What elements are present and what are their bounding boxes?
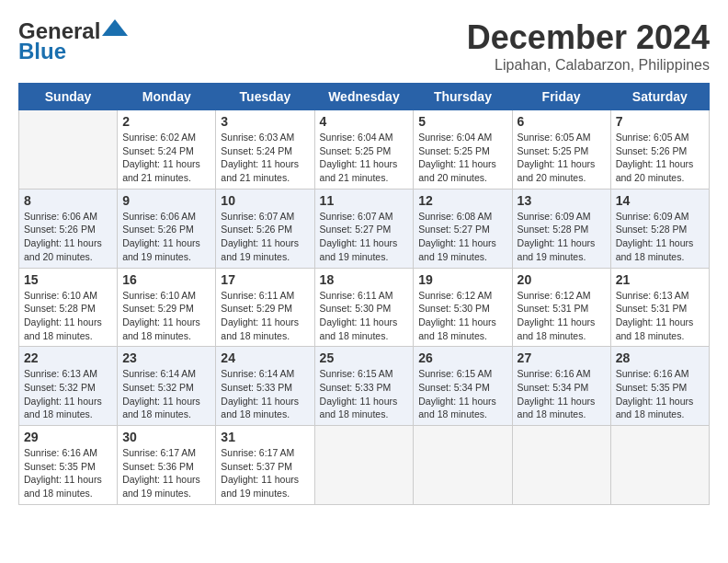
table-row: 31 Sunrise: 6:17 AM Sunset: 5:37 PM Dayl… — [216, 426, 314, 505]
table-row — [414, 426, 512, 505]
sunrise: Sunrise: 6:04 AM — [418, 132, 492, 143]
header-saturday: Saturday — [610, 84, 709, 110]
day-number: 2 — [122, 114, 210, 129]
calendar-week-row: 15 Sunrise: 6:10 AM Sunset: 5:28 PM Dayl… — [19, 268, 710, 347]
day-number: 23 — [122, 350, 210, 365]
daylight: Daylight: 11 hours and 19 minutes. — [122, 474, 200, 499]
calendar-week-row: 2 Sunrise: 6:02 AM Sunset: 5:24 PM Dayli… — [19, 110, 710, 190]
day-number: 12 — [418, 193, 506, 208]
sunset: Sunset: 5:33 PM — [320, 382, 392, 393]
sunset: Sunset: 5:28 PM — [24, 303, 96, 314]
daylight: Daylight: 11 hours and 18 minutes. — [24, 474, 102, 499]
day-number: 3 — [221, 114, 309, 129]
daylight: Daylight: 11 hours and 21 minutes. — [320, 158, 398, 183]
sunset: Sunset: 5:35 PM — [616, 382, 688, 393]
table-row: 22 Sunrise: 6:13 AM Sunset: 5:32 PM Dayl… — [19, 347, 118, 426]
daylight: Daylight: 11 hours and 18 minutes. — [616, 396, 694, 420]
sunset: Sunset: 5:31 PM — [616, 303, 688, 314]
daylight: Daylight: 11 hours and 20 minutes. — [616, 158, 694, 183]
table-row: 20 Sunrise: 6:12 AM Sunset: 5:31 PM Dayl… — [512, 268, 610, 347]
daylight: Daylight: 11 hours and 18 minutes. — [518, 396, 596, 420]
sunrise: Sunrise: 6:17 AM — [122, 447, 196, 458]
sunrise: Sunrise: 6:14 AM — [122, 368, 196, 379]
sunset: Sunset: 5:36 PM — [122, 461, 194, 472]
daylight: Daylight: 11 hours and 18 minutes. — [122, 316, 200, 341]
sunrise: Sunrise: 6:16 AM — [24, 447, 97, 458]
svg-marker-0 — [102, 19, 128, 36]
sunset: Sunset: 5:29 PM — [221, 303, 292, 314]
logo-blue: Blue — [18, 39, 66, 64]
sunrise: Sunrise: 6:06 AM — [122, 211, 196, 222]
daylight: Daylight: 11 hours and 18 minutes. — [24, 396, 102, 420]
sunrise: Sunrise: 6:07 AM — [221, 211, 294, 222]
sunrise: Sunrise: 6:10 AM — [122, 290, 196, 301]
day-number: 17 — [221, 272, 309, 287]
table-row — [512, 426, 610, 505]
sunrise: Sunrise: 6:03 AM — [221, 132, 294, 143]
day-number: 16 — [122, 272, 210, 287]
daylight: Daylight: 11 hours and 18 minutes. — [320, 396, 398, 420]
day-number: 11 — [320, 193, 409, 208]
daylight: Daylight: 11 hours and 18 minutes. — [616, 237, 694, 262]
sunrise: Sunrise: 6:09 AM — [616, 211, 689, 222]
sunset: Sunset: 5:24 PM — [122, 145, 194, 156]
sunrise: Sunrise: 6:09 AM — [518, 211, 591, 222]
sunset: Sunset: 5:31 PM — [518, 303, 589, 314]
table-row: 11 Sunrise: 6:07 AM Sunset: 5:27 PM Dayl… — [314, 189, 414, 268]
table-row: 25 Sunrise: 6:15 AM Sunset: 5:33 PM Dayl… — [314, 347, 414, 426]
table-row: 30 Sunrise: 6:17 AM Sunset: 5:36 PM Dayl… — [118, 426, 216, 505]
sunset: Sunset: 5:26 PM — [24, 224, 96, 235]
sunset: Sunset: 5:30 PM — [320, 303, 392, 314]
daylight: Daylight: 11 hours and 20 minutes. — [518, 158, 596, 183]
sunrise: Sunrise: 6:07 AM — [320, 211, 393, 222]
day-number: 5 — [418, 114, 506, 129]
sunrise: Sunrise: 6:12 AM — [518, 290, 591, 301]
month-title: December 2024 — [467, 18, 710, 57]
sunrise: Sunrise: 6:08 AM — [418, 211, 492, 222]
sunrise: Sunrise: 6:17 AM — [221, 447, 294, 458]
sunset: Sunset: 5:25 PM — [518, 145, 589, 156]
header-monday: Monday — [118, 84, 216, 110]
sunset: Sunset: 5:30 PM — [418, 303, 490, 314]
table-row: 3 Sunrise: 6:03 AM Sunset: 5:24 PM Dayli… — [216, 110, 314, 190]
sunrise: Sunrise: 6:11 AM — [221, 290, 294, 301]
table-row: 18 Sunrise: 6:11 AM Sunset: 5:30 PM Dayl… — [314, 268, 414, 347]
calendar-week-row: 29 Sunrise: 6:16 AM Sunset: 5:35 PM Dayl… — [19, 426, 710, 505]
day-number: 9 — [122, 193, 210, 208]
title-area: December 2024 Lipahan, Calabarzon, Phili… — [467, 18, 710, 74]
table-row: 14 Sunrise: 6:09 AM Sunset: 5:28 PM Dayl… — [610, 189, 709, 268]
daylight: Daylight: 11 hours and 18 minutes. — [418, 316, 496, 341]
day-number: 14 — [616, 193, 704, 208]
table-row — [314, 426, 414, 505]
table-row: 16 Sunrise: 6:10 AM Sunset: 5:29 PM Dayl… — [118, 268, 216, 347]
daylight: Daylight: 11 hours and 19 minutes. — [518, 237, 596, 262]
sunset: Sunset: 5:32 PM — [24, 382, 96, 393]
header-thursday: Thursday — [414, 84, 512, 110]
table-row: 13 Sunrise: 6:09 AM Sunset: 5:28 PM Dayl… — [512, 189, 610, 268]
sunrise: Sunrise: 6:05 AM — [518, 132, 591, 143]
daylight: Daylight: 11 hours and 18 minutes. — [221, 396, 299, 420]
sunset: Sunset: 5:34 PM — [418, 382, 490, 393]
sunrise: Sunrise: 6:06 AM — [24, 211, 97, 222]
sunrise: Sunrise: 6:15 AM — [418, 368, 492, 379]
daylight: Daylight: 11 hours and 19 minutes. — [221, 474, 299, 499]
day-number: 29 — [24, 430, 112, 444]
day-number: 27 — [518, 350, 606, 365]
table-row: 10 Sunrise: 6:07 AM Sunset: 5:26 PM Dayl… — [216, 189, 314, 268]
day-number: 15 — [24, 272, 112, 287]
table-row: 9 Sunrise: 6:06 AM Sunset: 5:26 PM Dayli… — [118, 189, 216, 268]
daylight: Daylight: 11 hours and 18 minutes. — [616, 316, 694, 341]
sunrise: Sunrise: 6:16 AM — [518, 368, 591, 379]
day-number: 4 — [320, 114, 409, 129]
sunset: Sunset: 5:26 PM — [616, 145, 688, 156]
calendar-week-row: 22 Sunrise: 6:13 AM Sunset: 5:32 PM Dayl… — [19, 347, 710, 426]
daylight: Daylight: 11 hours and 18 minutes. — [221, 316, 299, 341]
sunset: Sunset: 5:32 PM — [122, 382, 194, 393]
day-number: 28 — [616, 350, 704, 365]
day-number: 13 — [518, 193, 606, 208]
sunset: Sunset: 5:37 PM — [221, 461, 292, 472]
sunrise: Sunrise: 6:05 AM — [616, 132, 689, 143]
table-row: 28 Sunrise: 6:16 AM Sunset: 5:35 PM Dayl… — [610, 347, 709, 426]
daylight: Daylight: 11 hours and 19 minutes. — [418, 237, 496, 262]
day-number: 26 — [418, 350, 506, 365]
